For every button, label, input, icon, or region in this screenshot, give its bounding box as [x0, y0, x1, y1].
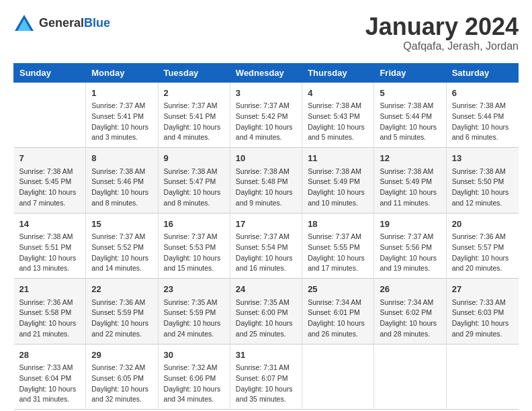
day-info: Sunrise: 7:38 AMSunset: 5:49 PMDaylight:… [308, 167, 368, 209]
calendar-cell [374, 344, 446, 410]
day-number: 3 [236, 87, 296, 100]
calendar-cell: 1Sunrise: 7:37 AMSunset: 5:41 PMDaylight… [86, 82, 158, 148]
calendar-cell: 22Sunrise: 7:36 AMSunset: 5:59 PMDayligh… [86, 279, 158, 345]
calendar-cell: 8Sunrise: 7:38 AMSunset: 5:46 PMDaylight… [86, 148, 158, 214]
title-block: January 2024 Qafqafa, Jerash, Jordan [365, 13, 519, 52]
calendar-cell: 28Sunrise: 7:33 AMSunset: 6:04 PMDayligh… [14, 344, 86, 410]
calendar-cell: 10Sunrise: 7:38 AMSunset: 5:48 PMDayligh… [230, 148, 302, 214]
column-header-friday: Friday [374, 63, 446, 82]
day-number: 13 [452, 152, 513, 165]
calendar-cell: 11Sunrise: 7:38 AMSunset: 5:49 PMDayligh… [302, 148, 374, 214]
day-number: 12 [380, 152, 440, 165]
calendar-cell: 6Sunrise: 7:38 AMSunset: 5:44 PMDaylight… [446, 82, 518, 148]
day-number: 9 [164, 152, 224, 165]
calendar-header-row: SundayMondayTuesdayWednesdayThursdayFrid… [14, 63, 519, 82]
day-info: Sunrise: 7:37 AMSunset: 5:41 PMDaylight:… [91, 101, 152, 143]
day-number: 19 [380, 218, 440, 231]
day-number: 28 [19, 349, 81, 362]
day-number: 21 [19, 283, 81, 296]
day-info: Sunrise: 7:38 AMSunset: 5:51 PMDaylight:… [19, 232, 81, 274]
day-info: Sunrise: 7:38 AMSunset: 5:43 PMDaylight:… [308, 101, 368, 143]
day-info: Sunrise: 7:37 AMSunset: 5:42 PMDaylight:… [236, 101, 296, 143]
column-header-tuesday: Tuesday [158, 63, 230, 82]
day-number: 5 [380, 87, 440, 100]
day-info: Sunrise: 7:37 AMSunset: 5:56 PMDaylight:… [380, 232, 440, 274]
calendar-cell: 13Sunrise: 7:38 AMSunset: 5:50 PMDayligh… [446, 148, 518, 214]
day-info: Sunrise: 7:36 AMSunset: 5:59 PMDaylight:… [91, 298, 152, 340]
day-number: 24 [236, 283, 296, 296]
calendar-cell: 17Sunrise: 7:37 AMSunset: 5:54 PMDayligh… [230, 213, 302, 279]
calendar-cell: 9Sunrise: 7:38 AMSunset: 5:47 PMDaylight… [158, 148, 230, 214]
day-number: 14 [19, 218, 81, 231]
day-number: 26 [380, 283, 440, 296]
day-info: Sunrise: 7:35 AMSunset: 5:59 PMDaylight:… [164, 298, 224, 340]
calendar-cell: 23Sunrise: 7:35 AMSunset: 5:59 PMDayligh… [158, 279, 230, 345]
day-number: 23 [164, 283, 224, 296]
day-number: 17 [236, 218, 296, 231]
day-number: 10 [236, 152, 296, 165]
day-info: Sunrise: 7:38 AMSunset: 5:47 PMDaylight:… [164, 167, 224, 209]
calendar-cell: 4Sunrise: 7:38 AMSunset: 5:43 PMDaylight… [302, 82, 374, 148]
page-header: GeneralBlue January 2024 Qafqafa, Jerash… [13, 13, 519, 52]
calendar-cell: 27Sunrise: 7:33 AMSunset: 6:03 PMDayligh… [446, 279, 518, 345]
day-info: Sunrise: 7:36 AMSunset: 5:57 PMDaylight:… [452, 232, 513, 274]
day-info: Sunrise: 7:38 AMSunset: 5:50 PMDaylight:… [452, 167, 513, 209]
day-number: 16 [164, 218, 224, 231]
calendar-cell: 5Sunrise: 7:38 AMSunset: 5:44 PMDaylight… [374, 82, 446, 148]
column-header-monday: Monday [86, 63, 158, 82]
calendar-table: SundayMondayTuesdayWednesdayThursdayFrid… [13, 63, 519, 410]
calendar-cell: 30Sunrise: 7:32 AMSunset: 6:06 PMDayligh… [158, 344, 230, 410]
day-info: Sunrise: 7:37 AMSunset: 5:41 PMDaylight:… [164, 101, 224, 143]
page-title: January 2024 [365, 13, 519, 40]
day-number: 7 [19, 152, 81, 165]
day-info: Sunrise: 7:38 AMSunset: 5:44 PMDaylight:… [452, 101, 513, 143]
day-number: 22 [91, 283, 152, 296]
day-info: Sunrise: 7:38 AMSunset: 5:46 PMDaylight:… [91, 167, 152, 209]
calendar-week-row: 14Sunrise: 7:38 AMSunset: 5:51 PMDayligh… [14, 213, 519, 279]
day-info: Sunrise: 7:37 AMSunset: 5:52 PMDaylight:… [91, 232, 152, 274]
calendar-cell: 14Sunrise: 7:38 AMSunset: 5:51 PMDayligh… [14, 213, 86, 279]
day-number: 29 [91, 349, 152, 362]
calendar-cell: 26Sunrise: 7:34 AMSunset: 6:02 PMDayligh… [374, 279, 446, 345]
calendar-cell: 21Sunrise: 7:36 AMSunset: 5:58 PMDayligh… [14, 279, 86, 345]
day-info: Sunrise: 7:38 AMSunset: 5:48 PMDaylight:… [236, 167, 296, 209]
day-info: Sunrise: 7:36 AMSunset: 5:58 PMDaylight:… [19, 298, 81, 340]
day-number: 11 [308, 152, 368, 165]
logo-text-blue: Blue [84, 16, 110, 30]
day-info: Sunrise: 7:37 AMSunset: 5:55 PMDaylight:… [308, 232, 368, 274]
column-header-thursday: Thursday [302, 63, 374, 82]
day-number: 18 [308, 218, 368, 231]
day-info: Sunrise: 7:31 AMSunset: 6:07 PMDaylight:… [236, 363, 296, 405]
day-number: 31 [236, 349, 296, 362]
day-info: Sunrise: 7:38 AMSunset: 5:49 PMDaylight:… [380, 167, 440, 209]
calendar-cell: 7Sunrise: 7:38 AMSunset: 5:45 PMDaylight… [14, 148, 86, 214]
day-number: 15 [91, 218, 152, 231]
calendar-cell: 16Sunrise: 7:37 AMSunset: 5:53 PMDayligh… [158, 213, 230, 279]
day-number: 2 [164, 87, 224, 100]
day-number: 20 [452, 218, 513, 231]
calendar-week-row: 1Sunrise: 7:37 AMSunset: 5:41 PMDaylight… [14, 82, 519, 148]
day-number: 8 [91, 152, 152, 165]
day-info: Sunrise: 7:37 AMSunset: 5:54 PMDaylight:… [236, 232, 296, 274]
calendar-cell: 29Sunrise: 7:32 AMSunset: 6:05 PMDayligh… [86, 344, 158, 410]
calendar-cell [14, 82, 86, 148]
day-info: Sunrise: 7:32 AMSunset: 6:05 PMDaylight:… [91, 363, 152, 405]
calendar-cell: 12Sunrise: 7:38 AMSunset: 5:49 PMDayligh… [374, 148, 446, 214]
day-info: Sunrise: 7:38 AMSunset: 5:45 PMDaylight:… [19, 167, 81, 209]
calendar-cell: 31Sunrise: 7:31 AMSunset: 6:07 PMDayligh… [230, 344, 302, 410]
day-number: 27 [452, 283, 513, 296]
logo-text-general: General [39, 16, 84, 30]
calendar-week-row: 7Sunrise: 7:38 AMSunset: 5:45 PMDaylight… [14, 148, 519, 214]
day-number: 4 [308, 87, 368, 100]
calendar-cell: 25Sunrise: 7:34 AMSunset: 6:01 PMDayligh… [302, 279, 374, 345]
day-info: Sunrise: 7:32 AMSunset: 6:06 PMDaylight:… [164, 363, 224, 405]
logo: GeneralBlue [13, 13, 110, 32]
day-info: Sunrise: 7:33 AMSunset: 6:03 PMDaylight:… [452, 298, 513, 340]
calendar-week-row: 21Sunrise: 7:36 AMSunset: 5:58 PMDayligh… [14, 279, 519, 345]
day-info: Sunrise: 7:34 AMSunset: 6:02 PMDaylight:… [380, 298, 440, 340]
calendar-week-row: 28Sunrise: 7:33 AMSunset: 6:04 PMDayligh… [14, 344, 519, 410]
page-subtitle: Qafqafa, Jerash, Jordan [365, 40, 519, 52]
day-info: Sunrise: 7:37 AMSunset: 5:53 PMDaylight:… [164, 232, 224, 274]
column-header-sunday: Sunday [14, 63, 86, 82]
column-header-wednesday: Wednesday [230, 63, 302, 82]
